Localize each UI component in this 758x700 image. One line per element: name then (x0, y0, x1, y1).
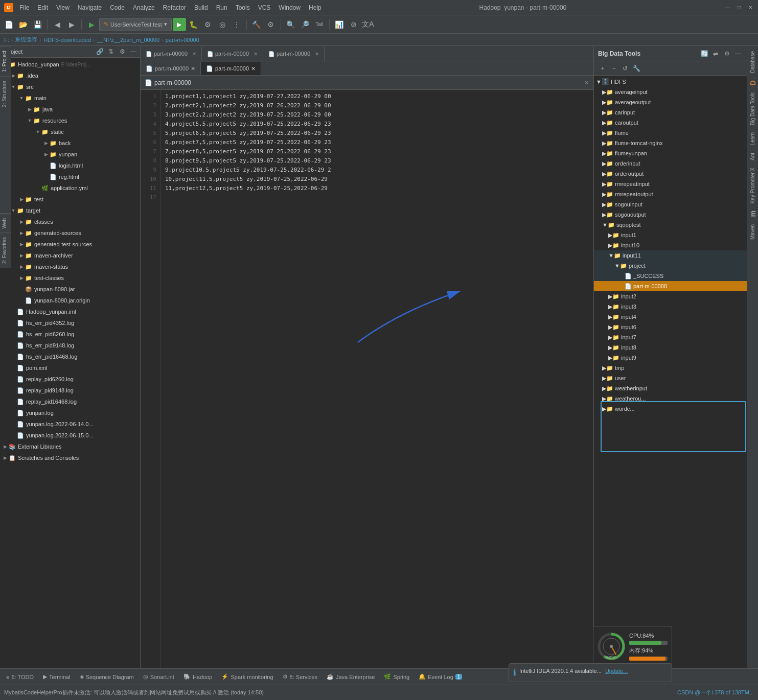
vert-tab-d[interactable]: D (748, 77, 758, 88)
hdfs-input3[interactable]: ▶ 📁 input3 (594, 301, 747, 312)
refresh-icon[interactable]: 🔄 (700, 49, 709, 58)
run-toolbar-icon[interactable]: ▶ (85, 18, 98, 31)
hdfs-averageinput[interactable]: ▶ 📁 averageinput (594, 87, 747, 97)
tree-item-replay1[interactable]: ▶ 📄 replay_pid6260.log (0, 374, 140, 385)
tree-item-replay3[interactable]: ▶ 📄 replay_pid16468.log (0, 396, 140, 407)
menu-build[interactable]: Build (194, 4, 208, 11)
tab-close-2[interactable]: ✕ (254, 51, 258, 57)
menu-vcs[interactable]: VCS (258, 4, 271, 11)
hdfs-wordcount[interactable]: ▶ 📁 wordc... (594, 404, 747, 414)
inner-tab-close-1[interactable]: ✕ (191, 65, 195, 72)
find-in-files-button[interactable]: 🔎 (298, 18, 312, 31)
window-controls[interactable]: — □ ✕ (724, 4, 754, 11)
breadcrumb-file[interactable]: part-m-00000 (166, 37, 199, 43)
hdfs-weatheroutput[interactable]: ▶ 📁 weatherou... (594, 393, 747, 404)
hdfs-part-m-00000[interactable]: ▶ 📄 part-m-00000 (594, 281, 747, 291)
tree-item-iml[interactable]: ▶ 📄 Hadoop_yunpan.iml (0, 306, 140, 317)
run-button[interactable]: ▶ (173, 18, 186, 31)
bottom-btn-event-log[interactable]: 🔔 Event Log 1 (415, 671, 466, 683)
outer-tab-1[interactable]: 📄 part-m-00000 ✕ (141, 46, 202, 61)
minimize-button[interactable]: — (724, 4, 731, 11)
tree-item-yunpan-log2[interactable]: ▶ 📄 yunpan.log.2022-06-14.0... (0, 418, 140, 430)
vert-tab-learn[interactable]: Learn (749, 129, 756, 149)
hdfs-orderoutput[interactable]: ▶ 📁 orderoutput (594, 169, 747, 179)
inner-tab-1[interactable]: 📄 part-m-00000 ✕ (141, 62, 201, 75)
tree-item-log4[interactable]: ▶ 📄 hs_err_pid16468.log (0, 351, 140, 362)
menu-window[interactable]: Window (279, 4, 301, 11)
outer-tab-2[interactable]: 📄 part-m-00000 ✕ (202, 46, 263, 61)
bottom-btn-sonarlint[interactable]: ◎ SonarLint (139, 671, 178, 683)
tab-close-3[interactable]: ✕ (315, 51, 319, 57)
vert-tab-maven[interactable]: Maven (749, 221, 756, 243)
hdfs-carinput[interactable]: ▶ 📁 carinput (594, 107, 747, 118)
tree-item-test[interactable]: ▶ 📁 test (0, 194, 140, 205)
vert-tab-favorites[interactable]: 2: Favorites (0, 232, 11, 268)
breadcrumb-folder1[interactable]: 系统缓存 (15, 36, 37, 43)
tree-root[interactable]: ▼ 📁 Hadoop_yunpan E:\IdeaProj... (0, 59, 140, 70)
menu-run[interactable]: Run (216, 4, 227, 11)
hdfs-root[interactable]: ▼ 🗄️ HDFS (594, 77, 747, 87)
hdfs-success[interactable]: ▶ 📄 _SUCCESS (594, 271, 747, 281)
new-file-button[interactable]: 📄 (2, 18, 15, 31)
bottom-btn-sequence[interactable]: ◈ Sequence Diagram (76, 671, 138, 683)
breadcrumb-drive[interactable]: F: (4, 37, 9, 43)
hdfs-flume-tomcat[interactable]: ▶ 📁 flume-tomcat-nginx (594, 138, 747, 148)
vert-tab-web[interactable]: Web (0, 214, 11, 232)
hdfs-tmp[interactable]: ▶ 📁 tmp (594, 363, 747, 373)
hdfs-rmrepeatinput[interactable]: ▶ 📁 rmrepeatinput (594, 179, 747, 189)
save-button[interactable]: 💾 (31, 18, 44, 31)
hdfs-input2[interactable]: ▶ 📁 input2 (594, 291, 747, 301)
tree-item-idea[interactable]: ▶ 📁 .idea (0, 70, 140, 81)
no-vcs-button[interactable]: ⊘ (347, 18, 360, 31)
wrench-icon[interactable]: 🔧 (632, 64, 641, 73)
bottom-btn-terminal[interactable]: ▶ Terminal (39, 671, 75, 683)
inner-tab-close-2[interactable]: ✕ (251, 65, 256, 72)
outer-tab-3[interactable]: 📄 part-m-00000 ✕ (263, 46, 325, 61)
settings-icon[interactable]: ⚙ (722, 49, 731, 58)
add-connection-icon[interactable]: + (598, 64, 607, 73)
hdfs-flume[interactable]: ▶ 📁 flume (594, 128, 747, 138)
hdfs-sogououtput[interactable]: ▶ 📁 sogououtput (594, 209, 747, 220)
tree-item-pom[interactable]: ▶ 📄 pom.xml (0, 362, 140, 374)
vcs-button[interactable]: 📊 (333, 18, 346, 31)
hdfs-sqooptest[interactable]: ▼ 📁 sqooptest (594, 220, 747, 230)
debug-button[interactable]: 🐛 (187, 18, 200, 31)
open-button[interactable]: 📂 (16, 18, 30, 31)
hdfs-averageoutput[interactable]: ▶ 📁 averageoutput (594, 97, 747, 107)
hdfs-orderinput[interactable]: ▶ 📁 orderinput (594, 158, 747, 169)
tree-item-external-libs[interactable]: ▶ 📚 External Libraries (0, 441, 140, 452)
bottom-btn-java-enterprise[interactable]: ☕ Java Enterprise (323, 671, 379, 683)
hdfs-input9[interactable]: ▶ 📁 input9 (594, 353, 747, 363)
hide-icon[interactable]: — (733, 49, 743, 58)
build-config-button[interactable]: ⚙ (264, 18, 278, 31)
translate-button[interactable]: 文A (361, 18, 375, 31)
hdfs-input1[interactable]: ▶ 📁 input1 (594, 230, 747, 240)
vert-tab-key-promoter[interactable]: Key Promoter X (749, 165, 756, 207)
sidebar-external-link-icon[interactable]: 🔗 (95, 47, 104, 56)
bottom-btn-spring[interactable]: 🌿 Spring (380, 671, 414, 683)
menu-bar[interactable]: File Edit View Navigate Code Analyze Ref… (19, 4, 321, 11)
forward-button[interactable]: ▶ (65, 18, 78, 31)
vert-tab-m[interactable]: m (748, 207, 758, 220)
code-editor[interactable]: 1 2 3 4 5 6 7 8 9 10 11 12 1,project1,1,… (141, 90, 593, 668)
hdfs-input7[interactable]: ▶ 📁 input7 (594, 332, 747, 342)
sidebar-gear-icon[interactable]: ⚙ (118, 47, 127, 56)
breadcrumb-folder2[interactable]: HDFS-downloaded (43, 37, 91, 43)
tree-item-log2[interactable]: ▶ 📄 hs_err_pid6260.log (0, 329, 140, 340)
tree-item-back[interactable]: ▶ 📁 back (0, 137, 140, 149)
tree-item-gen-sources[interactable]: ▶ 📁 generated-sources (0, 227, 140, 239)
back-button[interactable]: ◀ (51, 18, 64, 31)
tree-item-gen-test-sources[interactable]: ▶ 📁 generated-test-sources (0, 239, 140, 250)
hdfs-input8[interactable]: ▶ 📁 input8 (594, 342, 747, 353)
hdfs-sogouinput[interactable]: ▶ 📁 sogouinput (594, 199, 747, 209)
tree-item-maven-archiver[interactable]: ▶ 📁 maven-archiver (0, 250, 140, 261)
tree-item-static[interactable]: ▼ 📁 static (0, 126, 140, 137)
hdfs-weatherinput[interactable]: ▶ 📁 weatherinput (594, 383, 747, 393)
menu-analyze[interactable]: Analyze (133, 4, 155, 11)
hdfs-input4[interactable]: ▶ 📁 input4 (594, 312, 747, 322)
menu-tools[interactable]: Tools (236, 4, 250, 11)
maximize-button[interactable]: □ (736, 4, 743, 11)
tree-item-yunpan-log3[interactable]: ▶ 📄 yunpan.log.2022-06-15.0... (0, 430, 140, 441)
tree-item-log3[interactable]: ▶ 📄 hs_err_pid9148.log (0, 340, 140, 351)
hdfs-project[interactable]: ▼ 📁 project (594, 261, 747, 271)
